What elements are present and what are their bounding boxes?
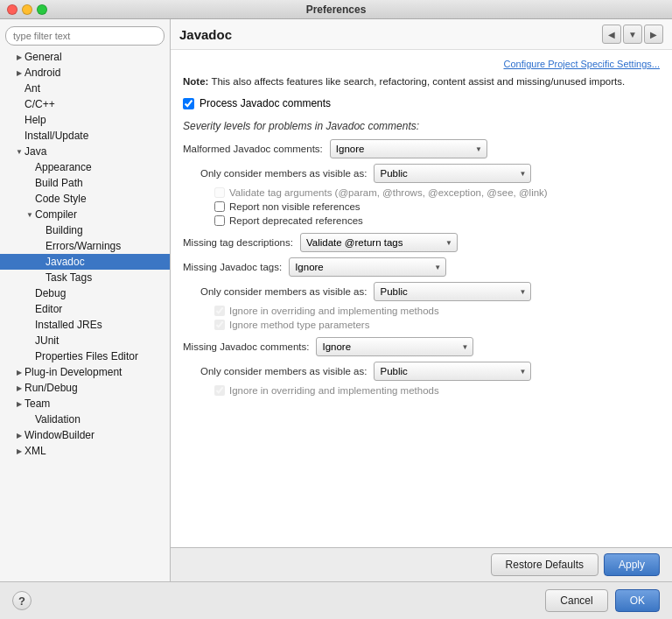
sidebar-item-xml[interactable]: ▶XML bbox=[0, 443, 170, 459]
missing-comments-row: Missing Javadoc comments: Ignore Warning… bbox=[183, 337, 660, 356]
sidebar-item-codestyle[interactable]: Code Style bbox=[0, 191, 170, 207]
sidebar-item-label-general: General bbox=[24, 51, 62, 63]
non-visible-row: Report non visible references bbox=[200, 201, 660, 212]
tree-arrow-ant bbox=[14, 83, 24, 94]
missing-tags-sub: Only consider members as visible as: Pub… bbox=[200, 282, 660, 330]
malformed-row: Malformed Javadoc comments: Ignore Warni… bbox=[183, 139, 660, 158]
sidebar-item-general[interactable]: ▶General bbox=[0, 49, 170, 65]
close-button[interactable] bbox=[7, 4, 18, 15]
missing-desc-select[interactable]: Validate @return tags All standard tags … bbox=[300, 233, 458, 252]
sidebar-item-android[interactable]: ▶Android bbox=[0, 65, 170, 81]
sidebar-item-validation[interactable]: Validation bbox=[0, 411, 170, 427]
non-visible-label: Report non visible references bbox=[229, 201, 360, 212]
configure-project-link[interactable]: Configure Project Specific Settings... bbox=[183, 59, 660, 69]
tree-arrow-android: ▶ bbox=[14, 67, 24, 78]
malformed-visibility-select-wrapper: Public Protected Package Private bbox=[374, 164, 531, 183]
process-javadoc-row: Process Javadoc comments bbox=[183, 97, 660, 109]
sidebar-item-debug[interactable]: Debug bbox=[0, 285, 170, 301]
apply-button[interactable]: Apply bbox=[604, 553, 660, 576]
ignore-overriding-tags-label: Ignore in overriding and implementing me… bbox=[229, 306, 439, 316]
tree-arrow-windowbuilder: ▶ bbox=[14, 430, 24, 440]
missing-comments-label: Missing Javadoc comments: bbox=[183, 341, 309, 352]
sidebar-item-java[interactable]: ▼Java bbox=[0, 144, 170, 159]
sidebar-item-tasktags[interactable]: Task Tags bbox=[0, 270, 170, 285]
sidebar-item-label-validation: Validation bbox=[35, 413, 80, 426]
maximize-button[interactable] bbox=[37, 4, 47, 15]
sidebar-item-errorswarnings[interactable]: Errors/Warnings bbox=[0, 238, 170, 254]
sidebar-item-buildpath[interactable]: Build Path bbox=[0, 175, 170, 191]
missing-comments-visibility-row: Only consider members as visible as: Pub… bbox=[200, 362, 660, 381]
sidebar-item-plugindev[interactable]: ▶Plug-in Development bbox=[0, 364, 170, 380]
sidebar-item-label-tasktags: Task Tags bbox=[46, 271, 92, 284]
sidebar-item-javadoc[interactable]: Javadoc bbox=[0, 254, 170, 270]
tree-arrow-java: ▼ bbox=[14, 146, 24, 157]
ok-button[interactable]: OK bbox=[615, 589, 660, 612]
deprecated-row: Report deprecated references bbox=[200, 215, 660, 226]
sidebar-item-help[interactable]: Help bbox=[0, 112, 170, 128]
sidebar-item-cpp[interactable]: C/C++ bbox=[0, 96, 170, 112]
tree-arrow-compiler: ▼ bbox=[24, 209, 35, 220]
malformed-select[interactable]: Ignore Warning Error bbox=[330, 139, 487, 158]
sidebar-item-label-team: Team bbox=[24, 397, 50, 410]
ignore-type-params-checkbox[interactable] bbox=[214, 320, 225, 330]
dialog: ▶General▶AndroidAntC/C++HelpInstall/Upda… bbox=[0, 19, 672, 619]
nav-back-button[interactable]: ◀ bbox=[602, 25, 621, 44]
sidebar-item-install[interactable]: Install/Update bbox=[0, 128, 170, 144]
missing-tags-label: Missing Javadoc tags: bbox=[183, 262, 282, 272]
tree-arrow-junit bbox=[24, 335, 35, 346]
content-header: Javadoc ◀ ▼ ▶ bbox=[171, 19, 672, 50]
deprecated-checkbox[interactable] bbox=[214, 215, 225, 226]
tree-arrow-xml: ▶ bbox=[14, 446, 24, 456]
ignore-type-params-row: Ignore method type parameters bbox=[200, 320, 660, 330]
cancel-button[interactable]: Cancel bbox=[545, 589, 607, 612]
restore-defaults-button[interactable]: Restore Defaults bbox=[491, 553, 598, 576]
sidebar-item-ant[interactable]: Ant bbox=[0, 81, 170, 96]
sidebar-item-installedjres[interactable]: Installed JREs bbox=[0, 317, 170, 333]
sidebar-item-editor[interactable]: Editor bbox=[0, 301, 170, 317]
dialog-body: ▶General▶AndroidAntC/C++HelpInstall/Upda… bbox=[0, 19, 672, 581]
tree-arrow-install bbox=[14, 130, 24, 141]
sidebar-item-label-editor: Editor bbox=[35, 303, 62, 315]
nav-dropdown-button[interactable]: ▼ bbox=[623, 25, 642, 44]
tree-arrow-buildpath bbox=[24, 178, 35, 188]
missing-tags-visibility-select[interactable]: Public Protected Package Private bbox=[374, 282, 531, 301]
missing-comments-visibility-label: Only consider members as visible as: bbox=[200, 366, 367, 376]
sidebar-item-label-building: Building bbox=[46, 224, 83, 236]
missing-desc-row: Missing tag descriptions: Validate @retu… bbox=[183, 233, 660, 252]
validate-tags-checkbox[interactable] bbox=[214, 187, 225, 198]
nav-forward-button[interactable]: ▶ bbox=[644, 25, 663, 44]
malformed-sub: Only consider members as visible as: Pub… bbox=[200, 164, 660, 226]
ignore-overriding-comments-checkbox[interactable] bbox=[214, 385, 225, 396]
ignore-overriding-tags-row: Ignore in overriding and implementing me… bbox=[200, 306, 660, 316]
tree-arrow-appearance bbox=[24, 162, 35, 172]
malformed-select-wrapper: Ignore Warning Error bbox=[330, 139, 487, 158]
help-button[interactable]: ? bbox=[12, 591, 32, 610]
sidebar-item-compiler[interactable]: ▼Compiler bbox=[0, 207, 170, 222]
sidebar-item-building[interactable]: Building bbox=[0, 222, 170, 238]
sidebar-item-propertiesfiles[interactable]: Properties Files Editor bbox=[0, 348, 170, 364]
missing-desc-select-wrapper: Validate @return tags All standard tags … bbox=[300, 233, 458, 252]
missing-tags-select[interactable]: Ignore Warning Error bbox=[289, 257, 446, 277]
sidebar-item-rundebug[interactable]: ▶Run/Debug bbox=[0, 380, 170, 396]
search-box bbox=[5, 26, 164, 46]
malformed-visibility-row: Only consider members as visible as: Pub… bbox=[200, 164, 660, 183]
missing-comments-visibility-select[interactable]: Public Protected Package Private bbox=[374, 362, 531, 381]
process-javadoc-checkbox[interactable] bbox=[183, 98, 194, 109]
sidebar-item-team[interactable]: ▶Team bbox=[0, 396, 170, 411]
non-visible-checkbox[interactable] bbox=[214, 201, 225, 212]
sidebar-item-appearance[interactable]: Appearance bbox=[0, 159, 170, 175]
missing-comments-select[interactable]: Ignore Warning Error bbox=[316, 337, 473, 356]
ignore-overriding-tags-checkbox[interactable] bbox=[214, 306, 225, 316]
sidebar-item-junit[interactable]: JUnit bbox=[0, 333, 170, 348]
sidebar-item-label-installedjres: Installed JREs bbox=[35, 319, 102, 331]
process-javadoc-label[interactable]: Process Javadoc comments bbox=[200, 97, 331, 109]
search-input[interactable] bbox=[5, 26, 164, 46]
sidebar-item-windowbuilder[interactable]: ▶WindowBuilder bbox=[0, 427, 170, 443]
sidebar-item-label-debug: Debug bbox=[35, 287, 66, 299]
missing-tags-row: Missing Javadoc tags: Ignore Warning Err… bbox=[183, 257, 660, 277]
footer-right-buttons: Cancel OK bbox=[545, 589, 660, 612]
minimize-button[interactable] bbox=[22, 4, 32, 15]
validate-tags-label: Validate tag arguments (@param, @throws,… bbox=[229, 187, 548, 198]
malformed-visibility-select[interactable]: Public Protected Package Private bbox=[374, 164, 531, 183]
tree-arrow-plugindev: ▶ bbox=[14, 367, 24, 377]
